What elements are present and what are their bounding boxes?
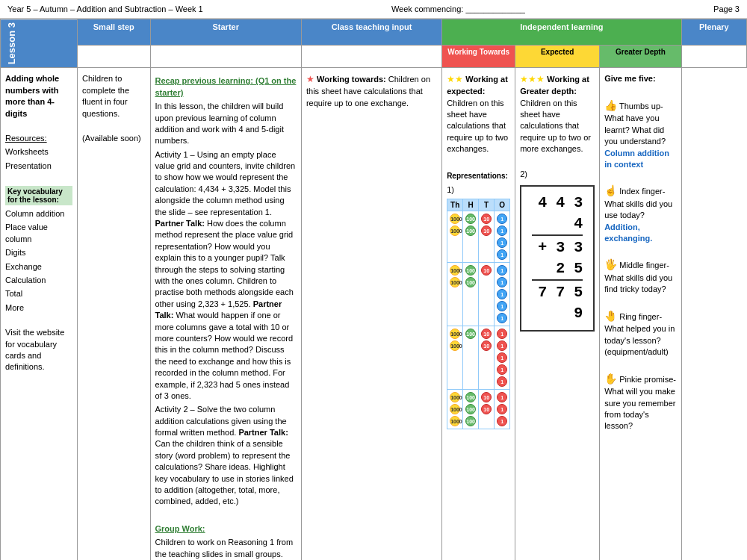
grid-h-3: 100 xyxy=(463,326,479,389)
counter: 1 xyxy=(497,404,507,414)
counter: 1000 xyxy=(450,277,460,287)
starter-text: Children to complete the fluent in four … xyxy=(82,73,145,119)
week-commencing: Week commencing: _____________ xyxy=(391,4,525,13)
col-independent: Independent learning xyxy=(442,19,682,46)
greater-depth-header: Greater Depth xyxy=(600,46,682,68)
counter: 10 xyxy=(481,225,492,236)
grid-o-4: 1 1 1 xyxy=(495,389,510,429)
counter: 1000 xyxy=(450,214,460,224)
resource-presentation: Presentation xyxy=(5,161,72,172)
pinkie-icon: ✋ xyxy=(604,373,617,385)
grid-th: Th xyxy=(447,199,463,211)
counter: 1 xyxy=(497,392,507,402)
counter: 1 xyxy=(497,376,507,387)
thumb-entry: 👍 Thumbs up- What have you learnt? What … xyxy=(604,99,677,171)
addition-display: 4 4 3 4 + 3 3 2 5 7 7 5 9 xyxy=(520,185,595,332)
index-icon: ☝ xyxy=(604,184,617,196)
addition-result: 7 7 5 9 xyxy=(532,279,583,324)
counter: 1000 xyxy=(450,225,460,236)
grid-o: O xyxy=(495,199,510,211)
greater-depth-cell: ★★★ Working at Greater depth: Children o… xyxy=(515,68,600,560)
counter: 10 xyxy=(481,265,492,276)
expected-cell: ★★ Working at expected: Children on this… xyxy=(442,68,515,560)
expected-desc: ★★ Working at expected: Children on this… xyxy=(447,73,510,155)
counter: 1 xyxy=(497,249,507,260)
main-table: Lesson 3 Small step Starter Class teachi… xyxy=(0,19,747,560)
counter: 1000 xyxy=(450,265,460,276)
starter-cell: Children to complete the fluent in four … xyxy=(78,68,150,560)
counter: 1 xyxy=(497,340,507,351)
counter: 10 xyxy=(481,392,492,402)
counter: 1 xyxy=(497,313,507,323)
teaching-cell: Recap previous learning: (Q1 on the star… xyxy=(150,68,301,560)
recap-label: Recap previous learning: (Q1 on the star… xyxy=(155,75,297,99)
page-number: Page 3 xyxy=(713,4,740,13)
vocab-calculation: Calculation xyxy=(5,275,72,286)
counter: 100 xyxy=(465,277,476,287)
thumb-highlight: Column addition in context xyxy=(604,149,669,169)
greater-desc: ★★★ Working at Greater depth: Children o… xyxy=(520,73,595,155)
counter: 1000 xyxy=(450,416,460,426)
vocab-digits: Digits xyxy=(5,247,72,258)
grid-h-1: 100 100 xyxy=(463,211,479,262)
counter: 1 xyxy=(497,289,507,299)
lesson-title: Year 5 – Autumn – Addition and Subtracti… xyxy=(7,4,203,13)
counter: 100 xyxy=(465,214,476,224)
vocab-place: Place value column xyxy=(5,222,72,245)
vocab-more: More xyxy=(5,302,72,314)
working-desc: ★ Working towards: Children on this shee… xyxy=(306,73,437,109)
rep1-label: 1) xyxy=(447,184,510,196)
col-starter: Starter xyxy=(150,19,301,46)
vocab-exchange: Exchange xyxy=(5,261,72,273)
counter: 10 xyxy=(481,404,492,414)
index-highlight: Addition, exchanging. xyxy=(604,223,652,243)
plenary-cell: Give me five: 👍 Thumbs up- What have you… xyxy=(600,68,682,560)
grid-o-2: 1 1 1 1 1 xyxy=(495,262,510,326)
col-teaching: Class teaching input xyxy=(301,19,441,46)
group-body: Children to work on Reasoning 1 from the… xyxy=(155,537,297,560)
grid-t-2: 10 xyxy=(479,262,495,326)
grid-row-2: 1000 1000 100 100 10 xyxy=(447,262,510,326)
grid-t-1: 10 10 xyxy=(479,211,495,262)
counter: 10 xyxy=(481,340,492,351)
resource-worksheets: Worksheets xyxy=(5,146,72,158)
middle-icon: 🖐 xyxy=(604,258,617,270)
ring-icon: 🤚 xyxy=(604,310,617,322)
grid-h: H xyxy=(463,199,479,211)
counter: 100 xyxy=(465,265,476,276)
teaching-activity2: Activity 2 – Solve the two column additi… xyxy=(155,404,297,508)
counter: 100 xyxy=(465,392,476,402)
counter: 100 xyxy=(465,404,476,414)
expected-header: Expected xyxy=(515,46,600,68)
grid-th-4: 1000 1000 1000 xyxy=(447,389,463,429)
grid-o-1: 1 1 1 1 xyxy=(495,211,510,262)
counter: 1 xyxy=(497,237,507,248)
counter: 1 xyxy=(497,225,507,236)
rep2-label: 2) xyxy=(520,169,595,180)
plenary-title: Give me five: xyxy=(604,73,677,84)
visit-text: Visit the website for vocabulary cards a… xyxy=(5,327,72,373)
addition-n2: + 3 3 2 5 xyxy=(532,234,583,279)
vocab-total: Total xyxy=(5,288,72,299)
grid-t-4: 10 10 xyxy=(479,389,495,429)
group-label: Group Work: xyxy=(155,523,297,535)
counter: 100 xyxy=(465,329,476,339)
teaching-intro: In this lesson, the children will build … xyxy=(155,101,297,147)
available-text: (Available soon) xyxy=(82,133,145,144)
representations-label: Representations: xyxy=(447,171,510,181)
resources-label: Resources: xyxy=(5,133,72,144)
ring-entry: 🤚 Ring finger- What helped you in today'… xyxy=(604,309,677,358)
col-small-step: Small step xyxy=(78,19,150,46)
pinkie-entry: ✋ Pinkie promise- What will you make sur… xyxy=(604,372,677,432)
grid-t-3: 10 10 xyxy=(479,326,495,389)
working-towards-header: Working Towards xyxy=(442,46,515,68)
counter: 1 xyxy=(497,301,507,311)
index-entry: ☝ Index finger- What skills did you use … xyxy=(604,184,677,244)
col-plenary: Plenary xyxy=(681,19,746,46)
counter: 1 xyxy=(497,329,507,339)
counter: 1 xyxy=(497,265,507,276)
middle-entry: 🖐 Middle finger- What skills did you fin… xyxy=(604,258,677,295)
thumb-icon: 👍 xyxy=(604,99,617,111)
counter: 100 xyxy=(465,225,476,236)
working-towards-cell: ★ Working towards: Children on this shee… xyxy=(301,68,441,560)
